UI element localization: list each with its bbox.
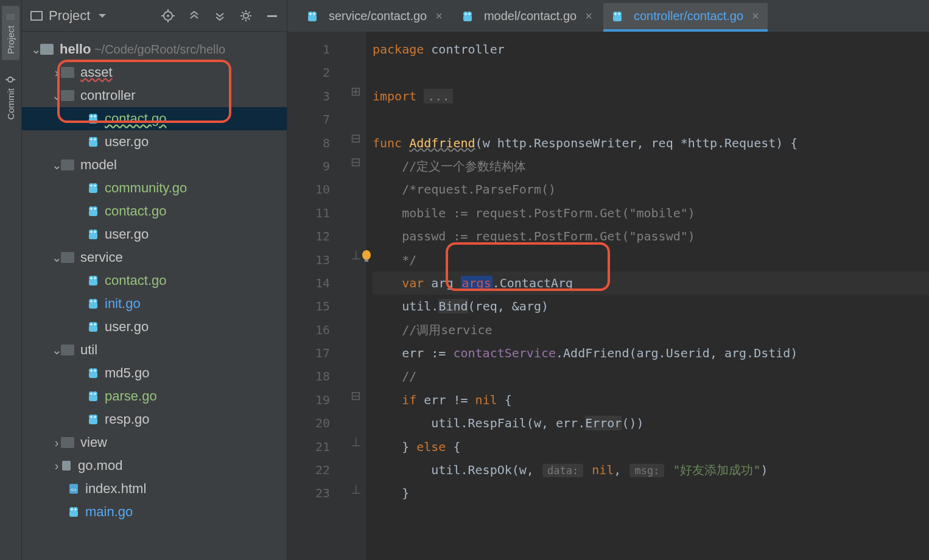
chevron-right-icon: › [52,459,61,473]
svg-line-18 [248,12,250,13]
close-icon[interactable]: × [435,9,443,23]
tree-root[interactable]: ⌄ hello ~/Code/goRoot/src/hello [22,38,287,61]
code-body[interactable]: package controller import ... func Addfr… [366,32,929,560]
folder-icon [61,159,74,170]
svg-point-73 [91,416,93,418]
tree-index[interactable]: <> index.html [22,477,287,500]
svg-point-69 [94,393,96,395]
svg-point-87 [314,13,315,15]
fold-close-icon[interactable]: ⊥ [351,248,361,262]
fold-gutter[interactable]: ⊞ ⊟ ⊟ ⊥ ⊟ ⊥ ⊥ [346,32,366,560]
code-editor[interactable]: 1 2378 9101112 13141516 17181920 212223 … [287,32,929,560]
svg-point-1 [9,77,13,82]
go-file-icon [462,10,473,23]
svg-line-15 [242,12,244,13]
tree-model-contact[interactable]: contact.go [22,200,287,223]
svg-point-23 [91,116,93,117]
fold-open-icon[interactable]: ⊟ [351,388,361,403]
svg-point-63 [91,370,93,372]
line-gutter: 1 2378 9101112 13141516 17181920 212223 [287,32,346,560]
expand-all-icon[interactable] [188,10,200,22]
tree-util-resp[interactable]: resp.go [22,408,287,431]
tree-service[interactable]: ⌄ service [22,246,287,269]
folder-icon [40,44,54,55]
go-file-icon [88,228,99,240]
svg-point-97 [618,13,620,15]
svg-point-33 [91,185,93,187]
lightbulb-icon[interactable] [360,250,373,263]
vtab-project[interactable]: Project [2,6,19,60]
go-file-icon [88,182,99,194]
fold-close-icon[interactable]: ⊥ [351,482,361,497]
tree-model-community[interactable]: community.go [22,177,287,200]
tree-service-user[interactable]: user.go [22,315,287,338]
project-toolbar: Project [22,0,287,32]
close-icon[interactable]: × [585,9,592,23]
svg-point-92 [468,13,470,15]
chevron-down-icon: ⌄ [32,42,40,57]
tab-service-contact[interactable]: service/contact.go× [298,3,451,32]
tree-asset[interactable]: › asset [22,61,287,84]
svg-point-96 [614,13,616,15]
hide-icon[interactable] [266,10,278,22]
svg-point-34 [94,185,96,187]
go-file-icon [88,390,99,402]
vtab-commit[interactable]: Commit [2,69,19,126]
project-tree[interactable]: ⌄ hello ~/Code/goRoot/src/hello › asset … [22,32,287,560]
tree-util-parse[interactable]: parse.go [22,385,287,408]
go-file-icon [88,113,99,125]
svg-point-53 [91,301,93,303]
tree-controller[interactable]: ⌄ controller [22,84,287,107]
svg-rect-75 [62,461,71,471]
vertical-tab-strip: Project Commit [0,0,22,560]
svg-point-38 [91,208,93,210]
commit-icon [6,75,16,85]
chevron-down-icon [99,14,106,18]
go-file-icon [88,298,99,310]
svg-point-74 [94,416,96,418]
svg-rect-0 [7,14,15,20]
svg-point-10 [244,13,248,18]
gear-icon[interactable] [239,9,253,23]
chevron-right-icon: › [52,436,61,450]
tree-main[interactable]: main.go [22,500,287,523]
tree-service-contact[interactable]: contact.go [22,269,287,292]
tree-controller-user[interactable]: user.go [22,130,287,153]
param-hint: data: [542,464,583,477]
html-icon: <> [68,483,79,495]
svg-point-43 [91,231,93,233]
tree-util-md5[interactable]: md5.go [22,362,287,385]
tree-util[interactable]: ⌄ util [22,338,287,362]
fold-open-icon[interactable]: ⊟ [351,155,361,169]
tab-controller-contact[interactable]: controller/contact.go× [603,3,768,32]
fold-open-icon[interactable]: ⊟ [351,131,361,145]
svg-point-39 [94,208,96,210]
tree-controller-contact[interactable]: contact.go [22,107,287,130]
chevron-down-icon: ⌄ [52,250,61,265]
svg-point-59 [94,324,96,326]
tree-gomod[interactable]: › go.mod [22,454,287,477]
svg-point-28 [91,139,93,141]
tree-service-init[interactable]: init.go [22,292,287,315]
tree-model-user[interactable]: user.go [22,223,287,246]
go-file-icon [307,10,318,23]
close-icon[interactable]: × [752,9,759,23]
chevron-down-icon: ⌄ [52,158,61,172]
svg-point-82 [75,509,77,511]
go-file-icon [612,10,623,23]
fold-close-icon[interactable]: ⊥ [351,435,361,449]
tab-model-contact[interactable]: model/contact.go× [454,3,601,32]
svg-point-48 [91,278,93,279]
svg-point-68 [91,393,93,395]
go-file-icon [88,413,99,425]
tree-view[interactable]: › view [22,431,287,454]
svg-point-24 [94,116,96,117]
tree-model[interactable]: ⌄ model [22,153,287,177]
collapse-all-icon[interactable] [214,10,226,22]
locate-icon[interactable] [161,9,175,23]
chevron-down-icon: ⌄ [52,88,61,103]
project-view-selector[interactable]: Project [30,8,106,24]
fold-expand-icon[interactable]: ⊞ [351,84,361,99]
svg-point-98 [362,250,371,260]
folder-icon [61,90,74,101]
